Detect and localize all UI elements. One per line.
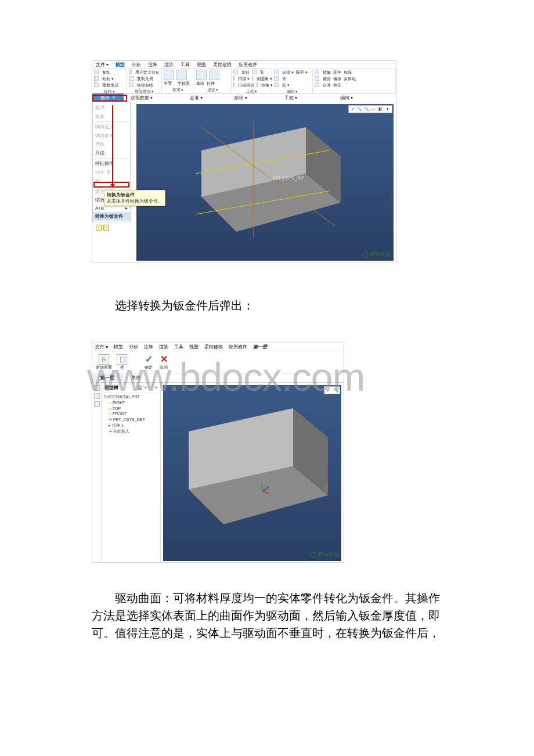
merge-icon[interactable]	[315, 82, 319, 87]
tree-front-plane[interactable]: FRONT	[104, 411, 158, 417]
ribbon-revolve[interactable]: 旋转	[241, 70, 250, 75]
menu-model[interactable]: 模型	[114, 344, 123, 350]
ribbon-off[interactable]: 偏移	[333, 76, 341, 82]
tree-root[interactable]: SHEETMETAL.PRT	[104, 394, 158, 400]
menu-featureops[interactable]: 特征操作	[93, 159, 130, 168]
menu-udflib[interactable]: UDF 库	[93, 168, 130, 177]
vp-zoomin-icon[interactable]: 🔍	[356, 106, 363, 112]
ribbon-thick[interactable]: 加厚	[344, 70, 352, 75]
ribbon-solid[interactable]: 实体化	[344, 76, 356, 82]
ribbon-trim[interactable]: 修剪	[323, 76, 331, 82]
ribbon-inter[interactable]: 相交	[333, 82, 341, 88]
revolve-icon[interactable]	[233, 70, 238, 74]
viewport-3d[interactable]: ⤢ 🔍 🔍 ▭ ◧ ▾	[136, 104, 394, 261]
menu-render[interactable]: 渲染	[159, 344, 168, 350]
menu-replace[interactable]: 替换	[93, 140, 130, 149]
strip-icon-3[interactable]	[94, 401, 100, 407]
copygeom-icon[interactable]	[129, 76, 134, 81]
rib-icon[interactable]	[274, 82, 279, 87]
vp-display-icon[interactable]: ◧	[377, 106, 384, 112]
menu-analyze[interactable]: 分析	[129, 344, 138, 350]
viewport-3d[interactable]: ⤢ 🔍 野火论坛	[163, 385, 341, 561]
ribbon-mirror[interactable]: 镜像	[323, 70, 331, 75]
plane-icon[interactable]	[164, 70, 174, 80]
menu-view[interactable]: 视图	[189, 344, 199, 350]
mirror-icon[interactable]	[315, 70, 319, 74]
csys-icon[interactable]	[176, 70, 187, 80]
sweep-icon[interactable]	[233, 76, 234, 81]
ribbon-sketch[interactable]: 草绘	[196, 81, 204, 87]
menu-file[interactable]: 文件 ▾	[95, 344, 108, 350]
vp-refit-icon[interactable]: ⤢	[325, 387, 332, 393]
menu-editref[interactable]: 编辑参考	[93, 131, 130, 140]
tree-right-plane[interactable]: RIGHT	[104, 400, 158, 406]
menu-annotate[interactable]: 注释	[144, 344, 153, 350]
getdata-dropdown[interactable]: 获取数据 ▾	[124, 95, 160, 101]
ribbon-shell[interactable]: 壳	[282, 76, 286, 82]
regen-icon[interactable]	[94, 82, 99, 87]
sub-shape[interactable]: 形状 ▾	[227, 95, 254, 101]
ribbon-pattern[interactable]: 阵列 ▾	[296, 70, 308, 75]
menu-readonly[interactable]: 只读	[93, 149, 130, 157]
strip-icon-1[interactable]	[94, 385, 100, 391]
menu-flex[interactable]: 柔性建模	[213, 62, 232, 68]
vp-zoom-icon[interactable]: 🔍	[332, 387, 339, 393]
ribbon-extrude[interactable]: 拉伸	[207, 81, 215, 87]
udf-icon[interactable]	[129, 70, 132, 74]
operations-dropdown-button[interactable]: 操作	[92, 93, 124, 102]
shell-button[interactable]: ⎕ 壳	[117, 354, 127, 370]
tree-insert-here[interactable]: 在此插入	[104, 429, 158, 434]
sub-datum[interactable]: 基准 ▾	[183, 95, 210, 101]
ribbon-shrink[interactable]: 收缩包络	[137, 82, 153, 88]
menu-view[interactable]: 视图	[197, 62, 206, 68]
menu-undo[interactable]: 撤消	[93, 103, 130, 112]
model-tree[interactable]: SHEETMETAL.PRT RIGHT TOP FRONT PRT_CSYS_…	[102, 393, 160, 563]
doc-icon[interactable]	[103, 225, 109, 231]
tree-extrude[interactable]: 拉伸 1	[104, 423, 158, 429]
menu-editdef[interactable]: 编辑定义	[93, 123, 130, 131]
menu-tools[interactable]: 工具	[174, 344, 183, 350]
sub-eng[interactable]: 工程 ▾	[277, 95, 304, 101]
menu-annotate[interactable]: 注释	[148, 62, 157, 68]
round-icon[interactable]	[252, 76, 253, 81]
ok-button[interactable]: ✓ 确定	[143, 354, 154, 370]
hole-icon[interactable]	[252, 70, 257, 74]
menu-apps[interactable]: 应用程序	[229, 344, 247, 350]
vp-zoomout-icon[interactable]: 🔍	[363, 106, 370, 112]
extrude-icon[interactable]	[209, 70, 219, 80]
strip-icon-2[interactable]	[94, 393, 100, 399]
menu-model[interactable]: 模型	[116, 62, 125, 68]
trim-icon[interactable]	[315, 76, 319, 81]
ribbon-draft[interactable]: 拔模 ▾	[282, 70, 294, 75]
shrinkwrap-icon[interactable]	[129, 82, 134, 87]
ribbon-merge[interactable]: 合并	[323, 82, 331, 88]
ribbon-sweep[interactable]: 扫描 ▾	[238, 76, 250, 82]
menu-flex[interactable]: 柔性建模	[204, 344, 223, 350]
paste-icon[interactable]	[94, 76, 99, 81]
tab-firstwall[interactable]: 第一壁	[92, 374, 123, 381]
menu-render[interactable]: 渲染	[164, 62, 174, 68]
ribbon-chamfer[interactable]: 倒角 ▾	[261, 82, 273, 88]
vp-more-icon[interactable]: ▾	[384, 106, 391, 112]
menu-convert-sheetmetal[interactable]: 转换为钣金件	[93, 212, 130, 221]
menu-tools[interactable]: 工具	[181, 62, 190, 68]
ribbon-blend[interactable]: 扫描混合	[238, 82, 254, 88]
cancel-button[interactable]: ✕ 取消	[158, 354, 169, 370]
chamfer-icon[interactable]	[257, 82, 258, 87]
tree-toolbar[interactable]: 🏠 ▾ 📄 ▾	[137, 385, 157, 390]
ribbon-copy[interactable]: 复制	[102, 70, 110, 75]
menu-file[interactable]: 文件 ▾	[96, 62, 109, 68]
ribbon-copygeom[interactable]: 复制几何	[137, 76, 153, 82]
driving-surface-button[interactable]: ⎘ 驱动曲面	[96, 354, 112, 370]
vp-refit-icon[interactable]: ⤢	[349, 106, 356, 112]
ribbon-round[interactable]: 倒圆角 ▾	[257, 76, 272, 82]
copy-icon[interactable]	[94, 70, 99, 74]
ribbon-regen[interactable]: 重新生成	[102, 82, 118, 88]
tree-csys[interactable]: PRT_CSYS_DEF	[104, 417, 158, 423]
ribbon-udf[interactable]: 用户定义特征	[135, 70, 160, 75]
shell-icon[interactable]	[274, 76, 279, 81]
ribbon-paste[interactable]: 粘贴 ▾	[102, 76, 114, 82]
sketch-icon[interactable]	[196, 70, 207, 80]
ribbon-ext[interactable]: 延伸	[333, 70, 341, 75]
menu-redo[interactable]: 恢复	[93, 112, 130, 121]
